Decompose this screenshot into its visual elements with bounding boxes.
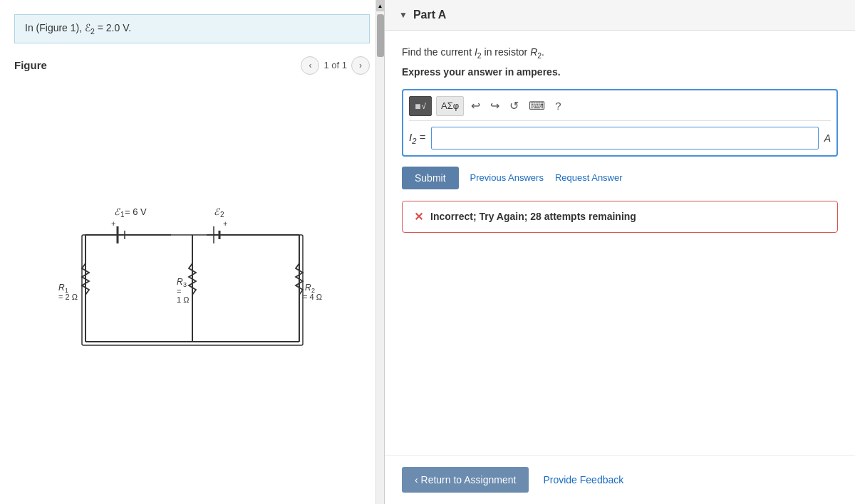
svg-text:ℰ: ℰ [114, 206, 120, 217]
svg-text:1 Ω: 1 Ω [177, 295, 189, 304]
previous-answers-link[interactable]: Previous Answers [470, 172, 544, 183]
circuit-container: ℰ 1 = 6 V ℰ 2 [0, 80, 384, 504]
keyboard-button[interactable]: ⌨ [526, 98, 548, 114]
svg-text:R: R [177, 277, 183, 287]
error-text: Incorrect; Try Again; 28 attempts remain… [430, 211, 636, 222]
figure-area: Figure ‹ 1 of 1 › ℰ 1 = 6 V ℰ 2 [0, 51, 384, 504]
error-box: ✕ Incorrect; Try Again; 28 attempts rema… [402, 201, 838, 233]
nav-next-button[interactable]: › [351, 56, 370, 75]
greek-button[interactable]: AΣφ [436, 96, 464, 116]
svg-text:R: R [58, 283, 65, 293]
unit-label: A [824, 132, 831, 144]
figure-nav: ‹ 1 of 1 › [301, 56, 370, 75]
redo-button[interactable]: ↪ [487, 98, 502, 114]
scroll-up-button[interactable]: ▲ [376, 0, 385, 11]
problem-statement: In (Figure 1), ℰ2 = 2.0 V. [14, 14, 370, 43]
part-title: Part A [413, 9, 447, 21]
help-button[interactable]: ? [552, 98, 564, 113]
part-collapse-arrow[interactable]: ▼ [399, 10, 408, 20]
answer-input-row: I2 = A [409, 127, 831, 149]
left-panel: In (Figure 1), ℰ2 = 2.0 V. Figure ‹ 1 of… [0, 0, 385, 504]
scroll-indicator: ▲ [375, 0, 384, 504]
part-header: ▼ Part A [385, 0, 855, 31]
svg-text:=: = [177, 287, 181, 295]
right-panel: ▼ Part A Find the current I2 in resistor… [385, 0, 855, 504]
undo-button[interactable]: ↩ [468, 98, 483, 114]
svg-text:+: + [111, 219, 115, 228]
reset-button[interactable]: ↺ [507, 98, 522, 114]
return-to-assignment-button[interactable]: ‹ Return to Assignment [402, 467, 529, 493]
figure-count: 1 of 1 [323, 60, 347, 70]
provide-feedback-link[interactable]: Provide Feedback [543, 474, 623, 485]
answer-input[interactable] [431, 127, 818, 149]
error-icon: ✕ [414, 210, 423, 224]
svg-text:+: + [223, 219, 227, 228]
request-answer-link[interactable]: Request Answer [555, 172, 623, 183]
svg-text:3: 3 [183, 281, 187, 288]
figure-label: Figure [14, 59, 47, 71]
answer-toolbar: ■√ AΣφ ↩ ↪ ↺ ⌨ ? [409, 96, 831, 121]
svg-text:ℰ: ℰ [214, 206, 220, 217]
svg-text:= 2 Ω: = 2 Ω [58, 293, 78, 301]
submit-button[interactable]: Submit [402, 167, 459, 189]
nav-prev-button[interactable]: ‹ [301, 56, 319, 75]
input-label: I2 = [409, 131, 425, 145]
scroll-thumb [377, 14, 384, 57]
svg-text:2: 2 [220, 211, 224, 219]
bottom-actions: ‹ Return to Assignment Provide Feedback [385, 455, 855, 504]
svg-text:R: R [305, 283, 311, 293]
circuit-diagram: ℰ 1 = 6 V ℰ 2 [43, 199, 342, 384]
answer-instruction: Express your answer in amperes. [402, 66, 838, 78]
svg-text:= 4 Ω: = 4 Ω [303, 293, 322, 301]
answer-box: ■√ AΣφ ↩ ↪ ↺ ⌨ ? I2 = A [402, 89, 838, 157]
question-text: Find the current I2 in resistor R2. [402, 45, 838, 62]
submit-row: Submit Previous Answers Request Answer [402, 167, 838, 189]
part-content: Find the current I2 in resistor R2. Expr… [385, 31, 855, 455]
svg-text:= 6 V: = 6 V [125, 206, 147, 217]
figure-header: Figure ‹ 1 of 1 › [0, 51, 384, 80]
matrix-button[interactable]: ■√ [409, 96, 432, 116]
